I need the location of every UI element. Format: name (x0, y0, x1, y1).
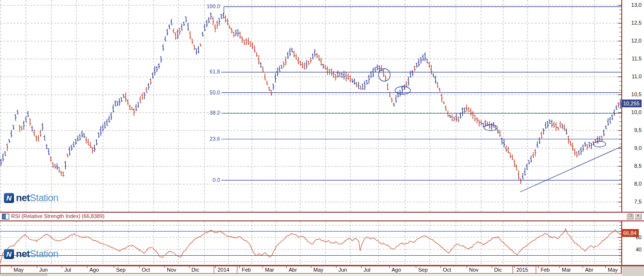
logo-text-station: Station (30, 248, 59, 260)
rsi-line (0, 229, 621, 263)
date-axis-label: Nov (167, 267, 176, 273)
date-tick (336, 266, 337, 268)
date-axis-label: 2015 (516, 267, 528, 273)
logo-text-net: net (16, 192, 30, 203)
scrollbar-thumb[interactable] (0, 274, 47, 276)
date-axis-label: Mar (562, 267, 571, 273)
date-axis-label: Jul (64, 267, 71, 273)
logo-text-net: net (16, 248, 30, 260)
date-tick (87, 266, 88, 268)
date-tick (164, 266, 165, 268)
date-tick (440, 266, 441, 268)
date-tick (239, 266, 240, 268)
fib-level-label: 0.0 (196, 177, 220, 183)
ellipse-annotation[interactable] (379, 69, 390, 81)
date-axis-label: Oct (443, 267, 451, 273)
date-axis-label: May (14, 267, 24, 273)
date-tick (467, 266, 467, 268)
price-axis-label: 10,0 (631, 109, 642, 115)
netstation-logo-icon: N (4, 193, 14, 203)
price-axis-label: 11,0 (631, 73, 642, 79)
date-tick (62, 266, 62, 268)
fib-level-label: 50.0 (196, 89, 220, 95)
date-tick (37, 266, 37, 268)
date-tick (514, 266, 514, 268)
date-tick (538, 266, 539, 268)
ellipse-annotation[interactable] (593, 141, 606, 147)
netstation-logo-icon: N (4, 249, 14, 259)
price-axis-label: 11,5 (631, 56, 642, 61)
fib-level-label: 100.0 (196, 3, 220, 9)
date-axis-label: Sep (418, 267, 428, 273)
price-chart-canvas[interactable] (0, 0, 621, 212)
date-axis-label: Feb (541, 267, 550, 273)
price-axis-label: 9,0 (634, 145, 642, 151)
ellipse-annotation[interactable] (395, 87, 410, 94)
bottom-right-corner (622, 266, 644, 276)
rsi-axis-label: 40 (636, 247, 642, 252)
date-axis-left-edge (0, 266, 0, 273)
netstation-logo-rsi: N netStation (4, 248, 58, 260)
date-axis-label: Mar (265, 267, 274, 273)
date-tick (559, 266, 560, 268)
price-axis-label: 12,0 (631, 38, 642, 44)
date-axis-label: Abr (289, 267, 297, 273)
date-axis-label: Jun (338, 267, 347, 273)
fib-level-label: 38.2 (196, 110, 220, 116)
date-tick (389, 266, 390, 268)
date-axis-label: Dic (191, 267, 199, 273)
date-tick (361, 266, 362, 268)
date-tick (286, 266, 287, 268)
date-axis-label: Sep (116, 267, 126, 273)
fib-level-label: 61.8 (196, 69, 220, 74)
rsi-chart-canvas[interactable] (0, 221, 621, 265)
date-tick (139, 266, 140, 268)
close-window-button[interactable]: × (634, 213, 642, 219)
price-axis-label: 12,5 (631, 20, 642, 26)
rsi-axis: 6040 (622, 221, 644, 265)
price-bars (0, 13, 621, 184)
netstation-window: 100.061.850.038.223.60.0 N netStation 13… (0, 0, 644, 276)
rsi-value-badge: 66,84 (621, 229, 639, 237)
date-axis-label: Jul (364, 267, 370, 273)
date-tick (114, 266, 114, 268)
price-axis-label: 13,0 (631, 2, 642, 8)
date-axis-label: Jun (39, 267, 48, 273)
date-axis: MayJunJulAgoSepOctNovDic2014FebMarAbrMay… (0, 266, 644, 273)
date-axis-label: Dic (494, 267, 502, 273)
date-axis-label: 2014 (218, 267, 229, 273)
date-tick (492, 266, 492, 268)
date-tick (416, 266, 416, 268)
date-axis-right-edge (621, 266, 622, 273)
date-axis-label: Ago (89, 267, 99, 273)
date-axis-label: Ago (392, 267, 401, 273)
date-axis-label: Abr (585, 267, 593, 273)
last-price-badge: 10,255 (621, 100, 642, 107)
date-axis-label: May (608, 267, 618, 273)
price-axis-label: 9,5 (634, 127, 642, 133)
date-tick (263, 266, 263, 268)
price-axis-label: 8,0 (634, 181, 642, 187)
netstation-logo: N netStation (4, 192, 58, 203)
date-tick (311, 266, 311, 268)
date-tick (605, 266, 606, 268)
rsi-panel: N netStation 6040 66,84 (0, 221, 644, 265)
logo-text-station: Station (30, 192, 59, 203)
date-axis-label: Oct (142, 267, 150, 273)
fib-level-label: 23.6 (196, 136, 220, 142)
date-tick (11, 266, 12, 268)
price-axis-label: 8,5 (634, 163, 642, 169)
main-chart-panel: 100.061.850.038.223.60.0 N netStation 13… (0, 0, 644, 212)
date-tick (583, 266, 583, 268)
rsi-title: RSI (Relative Strength Index) (66,8389) (11, 213, 104, 219)
indicator-icon (2, 214, 9, 219)
rsi-panel-header: RSI (Relative Strength Index) (66,8389) … (0, 213, 644, 220)
date-tick (215, 266, 216, 268)
price-axis-label: 7,5 (634, 199, 642, 204)
date-axis-label: Feb (242, 267, 251, 273)
date-tick (189, 266, 190, 268)
restore-window-button[interactable]: ❐ (626, 213, 633, 219)
date-axis-label: Nov (469, 267, 479, 273)
horizontal-scrollbar[interactable] (0, 274, 644, 276)
price-axis-label: 10,5 (631, 91, 642, 97)
